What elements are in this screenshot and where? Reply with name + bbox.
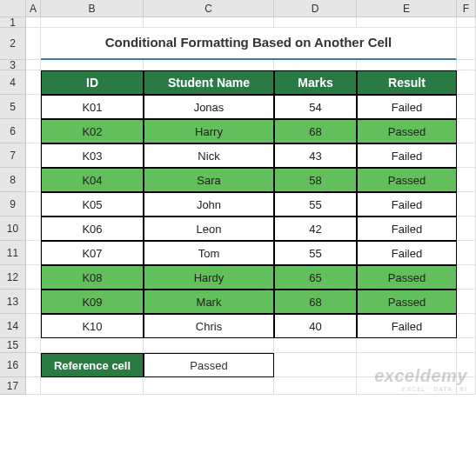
cell-F13[interactable] bbox=[457, 290, 476, 314]
row-header-17[interactable]: 17 bbox=[0, 377, 26, 395]
col-header-E[interactable]: E bbox=[357, 0, 457, 17]
cell-result-K10[interactable]: Failed bbox=[357, 314, 457, 338]
cell-marks-K08[interactable]: 65 bbox=[274, 265, 357, 290]
cell-A11[interactable] bbox=[26, 241, 41, 265]
cell-name-K02[interactable]: Harry bbox=[144, 119, 274, 143]
cell-E17[interactable] bbox=[357, 377, 457, 395]
cell-F2[interactable] bbox=[457, 28, 476, 60]
cell-A14[interactable] bbox=[26, 314, 41, 338]
row-header-8[interactable]: 8 bbox=[0, 168, 26, 192]
cell-id-K03[interactable]: K03 bbox=[41, 143, 144, 168]
cell-F11[interactable] bbox=[457, 241, 476, 265]
col-header-C[interactable]: C bbox=[144, 0, 274, 17]
row-header-13[interactable]: 13 bbox=[0, 290, 26, 314]
cell-A12[interactable] bbox=[26, 265, 41, 290]
cell-marks-K07[interactable]: 55 bbox=[274, 241, 357, 265]
cell-F9[interactable] bbox=[457, 192, 476, 217]
cell-B15[interactable] bbox=[41, 338, 144, 353]
cell-F17[interactable] bbox=[457, 377, 476, 395]
table-header-student-name[interactable]: Student Name bbox=[144, 70, 274, 95]
cell-C15[interactable] bbox=[144, 338, 274, 353]
cell-marks-K06[interactable]: 42 bbox=[274, 217, 357, 241]
cell-F10[interactable] bbox=[457, 217, 476, 241]
table-header-result[interactable]: Result bbox=[357, 70, 457, 95]
row-header-1[interactable]: 1 bbox=[0, 17, 26, 28]
cell-name-K07[interactable]: Tom bbox=[144, 241, 274, 265]
table-header-id[interactable]: ID bbox=[41, 70, 144, 95]
cell-name-K06[interactable]: Leon bbox=[144, 217, 274, 241]
col-header-D[interactable]: D bbox=[274, 0, 357, 17]
cell-A4[interactable] bbox=[26, 70, 41, 95]
cell-C3[interactable] bbox=[144, 60, 274, 70]
cell-B3[interactable] bbox=[41, 60, 144, 70]
cell-D17[interactable] bbox=[274, 377, 357, 395]
cells-area[interactable]: Conditional Formatting Based on Another … bbox=[26, 17, 476, 395]
cell-A15[interactable] bbox=[26, 338, 41, 353]
row-header-2[interactable]: 2 bbox=[0, 28, 26, 60]
cell-A16[interactable] bbox=[26, 353, 41, 377]
cell-id-K07[interactable]: K07 bbox=[41, 241, 144, 265]
cell-A10[interactable] bbox=[26, 217, 41, 241]
col-header-A[interactable]: A bbox=[26, 0, 41, 17]
row-header-14[interactable]: 14 bbox=[0, 314, 26, 338]
cell-marks-K04[interactable]: 58 bbox=[274, 168, 357, 192]
cell-D3[interactable] bbox=[274, 60, 357, 70]
cell-A8[interactable] bbox=[26, 168, 41, 192]
cell-A17[interactable] bbox=[26, 377, 41, 395]
cell-F15[interactable] bbox=[457, 338, 476, 353]
cell-id-K01[interactable]: K01 bbox=[41, 95, 144, 119]
cell-result-K05[interactable]: Failed bbox=[357, 192, 457, 217]
row-header-11[interactable]: 11 bbox=[0, 241, 26, 265]
cell-F12[interactable] bbox=[457, 265, 476, 290]
row-header-12[interactable]: 12 bbox=[0, 265, 26, 290]
cell-F7[interactable] bbox=[457, 143, 476, 168]
cell-result-K06[interactable]: Failed bbox=[357, 217, 457, 241]
row-header-7[interactable]: 7 bbox=[0, 143, 26, 168]
cell-name-K01[interactable]: Jonas bbox=[144, 95, 274, 119]
cell-name-K10[interactable]: Chris bbox=[144, 314, 274, 338]
cell-A2[interactable] bbox=[26, 28, 41, 60]
cell-id-K04[interactable]: K04 bbox=[41, 168, 144, 192]
cell-E16[interactable] bbox=[357, 353, 457, 377]
row-header-6[interactable]: 6 bbox=[0, 119, 26, 143]
cell-A3[interactable] bbox=[26, 60, 41, 70]
cell-marks-K02[interactable]: 68 bbox=[274, 119, 357, 143]
cell-B1[interactable] bbox=[41, 17, 144, 28]
cell-name-K04[interactable]: Sara bbox=[144, 168, 274, 192]
cell-F6[interactable] bbox=[457, 119, 476, 143]
cell-F3[interactable] bbox=[457, 60, 476, 70]
cell-id-K08[interactable]: K08 bbox=[41, 265, 144, 290]
cell-result-K02[interactable]: Passed bbox=[357, 119, 457, 143]
cell-A6[interactable] bbox=[26, 119, 41, 143]
cell-D1[interactable] bbox=[274, 17, 357, 28]
cell-marks-K09[interactable]: 68 bbox=[274, 290, 357, 314]
cell-id-K10[interactable]: K10 bbox=[41, 314, 144, 338]
cell-A13[interactable] bbox=[26, 290, 41, 314]
select-all-corner[interactable] bbox=[0, 0, 26, 17]
cell-result-K01[interactable]: Failed bbox=[357, 95, 457, 119]
cell-marks-K10[interactable]: 40 bbox=[274, 314, 357, 338]
cell-F4[interactable] bbox=[457, 70, 476, 95]
row-header-3[interactable]: 3 bbox=[0, 60, 26, 70]
cell-E3[interactable] bbox=[357, 60, 457, 70]
cell-E15[interactable] bbox=[357, 338, 457, 353]
cell-A1[interactable] bbox=[26, 17, 41, 28]
cell-F16[interactable] bbox=[457, 353, 476, 377]
reference-cell-value[interactable]: Passed bbox=[144, 353, 274, 377]
cell-D16[interactable] bbox=[274, 353, 357, 377]
cell-B17[interactable] bbox=[41, 377, 144, 395]
cell-id-K05[interactable]: K05 bbox=[41, 192, 144, 217]
cell-marks-K01[interactable]: 54 bbox=[274, 95, 357, 119]
cell-name-K08[interactable]: Hardy bbox=[144, 265, 274, 290]
cell-result-K07[interactable]: Failed bbox=[357, 241, 457, 265]
cell-result-K08[interactable]: Passed bbox=[357, 265, 457, 290]
row-header-15[interactable]: 15 bbox=[0, 338, 26, 353]
cell-marks-K05[interactable]: 55 bbox=[274, 192, 357, 217]
cell-C1[interactable] bbox=[144, 17, 274, 28]
row-header-10[interactable]: 10 bbox=[0, 217, 26, 241]
cell-id-K06[interactable]: K06 bbox=[41, 217, 144, 241]
cell-F1[interactable] bbox=[457, 17, 476, 28]
cell-C17[interactable] bbox=[144, 377, 274, 395]
table-header-marks[interactable]: Marks bbox=[274, 70, 357, 95]
cell-marks-K03[interactable]: 43 bbox=[274, 143, 357, 168]
